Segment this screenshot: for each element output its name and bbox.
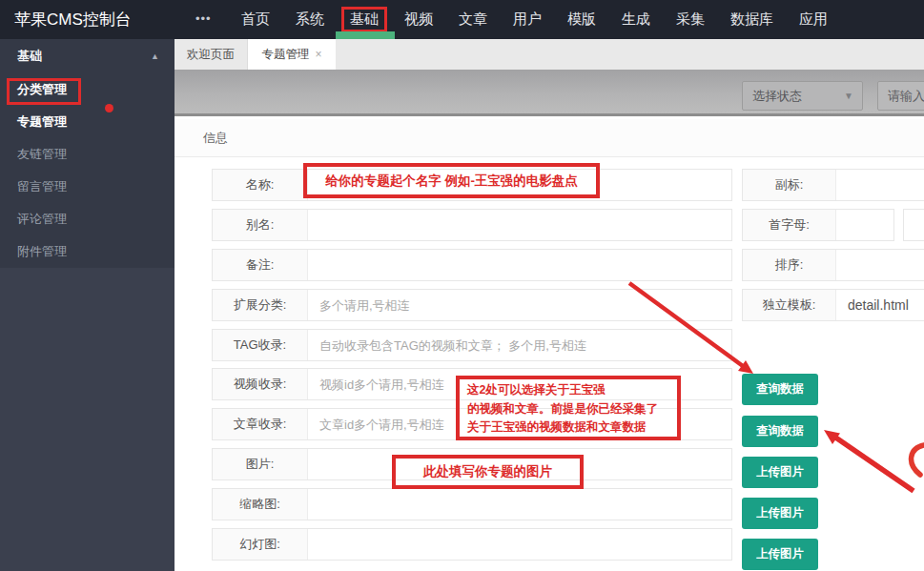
sidebar-item-topic[interactable]: 专题管理 (0, 106, 175, 138)
alias-input[interactable] (308, 210, 731, 240)
first-letter-input[interactable] (836, 210, 893, 240)
tab-bar: 欢迎页面 专题管理× (175, 39, 924, 70)
sidebar-empty-area (0, 268, 175, 571)
field-label: 图片: (213, 449, 308, 479)
top-navbar: 苹果CMS控制台 ••• 首页 系统 基础 视频 文章 用户 模版 生成 采集 … (0, 0, 924, 39)
upload-image-button[interactable]: 上传图片 (742, 457, 818, 488)
annotation-line: 关于王宝强的视频数据和文章数据 (467, 418, 669, 438)
nav-item-home[interactable]: 首页 (241, 10, 270, 29)
nav-item-article[interactable]: 文章 (459, 10, 487, 29)
thumbnail-input[interactable] (308, 489, 731, 520)
search-input[interactable]: 请输入搜 (877, 81, 924, 111)
tab-welcome[interactable]: 欢迎页面 (175, 39, 248, 70)
nav-item-generate[interactable]: 生成 (622, 10, 650, 29)
field-label: 名称: (213, 170, 308, 200)
form-row-ext-category: 扩展分类: (212, 289, 732, 321)
template-input[interactable] (836, 290, 924, 320)
field-label: 缩略图: (213, 489, 308, 520)
truncated-control-box[interactable] (903, 209, 924, 241)
tab-topic-label: 专题管理 (261, 48, 309, 61)
nav-item-user[interactable]: 用户 (513, 10, 542, 29)
tab-topic-manage[interactable]: 专题管理× (248, 39, 336, 70)
field-label: 别名: (213, 210, 308, 240)
sidebar-item-links[interactable]: 友链管理 (0, 138, 175, 171)
chevron-up-icon: ▲ (151, 39, 159, 73)
field-label: 扩展分类: (213, 290, 308, 320)
panel-header-info: 信息 (175, 119, 924, 157)
form-row-sort: 排序: (742, 249, 924, 281)
upload-thumbnail-button[interactable]: 上传图片 (742, 498, 818, 529)
field-label: 备注: (213, 250, 308, 280)
nav-item-app[interactable]: 应用 (799, 10, 828, 29)
field-label: 副标: (743, 170, 836, 200)
annotation-line: 的视频和文章。前提是你已经采集了 (467, 400, 669, 419)
field-label: 独立模板: (743, 290, 836, 320)
field-label: 视频收录: (213, 369, 308, 399)
query-article-data-button[interactable]: 查询数据 (742, 416, 818, 447)
sidebar-group-basic[interactable]: 基础 ▲ (0, 39, 175, 73)
subtitle-input[interactable] (836, 170, 924, 200)
status-select[interactable]: 选择状态 ▼ (742, 81, 863, 111)
annotation-dot (105, 104, 113, 112)
sidebar: 基础 ▲ 分类管理 专题管理 友链管理 留言管理 评论管理 附件管理 (0, 39, 175, 571)
form-row-alias: 别名: (212, 209, 732, 241)
chevron-down-icon: ▼ (844, 82, 853, 110)
nav-item-system[interactable]: 系统 (296, 10, 324, 29)
remark-input[interactable] (308, 250, 731, 280)
close-icon[interactable]: × (315, 48, 321, 61)
form-row-subtitle: 副标: (742, 169, 924, 201)
active-nav-underline (336, 31, 395, 39)
nav-item-collect[interactable]: 采集 (676, 10, 705, 29)
annotation-line: 这2处可以选择关于王宝强 (467, 381, 669, 400)
form-row-remark: 备注: (212, 249, 732, 281)
field-label: 排序: (743, 250, 836, 280)
sort-input[interactable] (836, 250, 924, 280)
nav-item-template[interactable]: 模版 (567, 10, 596, 29)
nav-item-video[interactable]: 视频 (404, 10, 433, 29)
annotation-select-hint: 这2处可以选择关于王宝强 的视频和文章。前提是你已经采集了 关于王宝强的视频数据… (456, 376, 681, 440)
nav-item-basic[interactable]: 基础 (341, 7, 387, 32)
app-title: 苹果CMS控制台 (14, 0, 132, 39)
annotation-box-category (7, 78, 81, 105)
more-menu-icon[interactable]: ••• (195, 0, 212, 37)
form-row-thumbnail: 缩略图: (212, 488, 732, 520)
form-row-tag: TAG收录: (212, 329, 732, 361)
top-menu: 首页 系统 基础 视频 文章 用户 模版 生成 采集 数据库 应用 (241, 0, 828, 39)
form-row-template: 独立模板: (742, 289, 924, 321)
upload-slide-button[interactable]: 上传图片 (742, 539, 818, 570)
sidebar-item-attachments[interactable]: 附件管理 (0, 235, 175, 268)
field-label: 文章收录: (213, 409, 308, 439)
tag-input[interactable] (308, 330, 731, 360)
form-row-first-letter: 首字母: (742, 209, 894, 241)
arrow-to-second-query-button (824, 430, 914, 491)
sidebar-item-guestbook[interactable]: 留言管理 (0, 171, 175, 203)
field-label: 幻灯图: (213, 529, 308, 560)
edge-red-doodle (912, 445, 924, 475)
nav-item-database[interactable]: 数据库 (730, 10, 773, 29)
sidebar-group-label: 基础 (17, 49, 42, 63)
form-row-slide: 幻灯图: (212, 528, 732, 561)
sidebar-item-comments[interactable]: 评论管理 (0, 203, 175, 235)
annotation-name-hint: 给你的专题起个名字 例如-王宝强的电影盘点 (303, 163, 600, 198)
query-video-data-button[interactable]: 查询数据 (742, 374, 818, 405)
field-label: TAG收录: (213, 330, 308, 360)
ext-category-input[interactable] (308, 290, 731, 320)
field-label: 首字母: (743, 210, 836, 240)
annotation-image-hint: 此处填写你专题的图片 (392, 455, 584, 489)
slide-input[interactable] (308, 529, 731, 560)
status-select-value: 选择状态 (752, 89, 802, 103)
